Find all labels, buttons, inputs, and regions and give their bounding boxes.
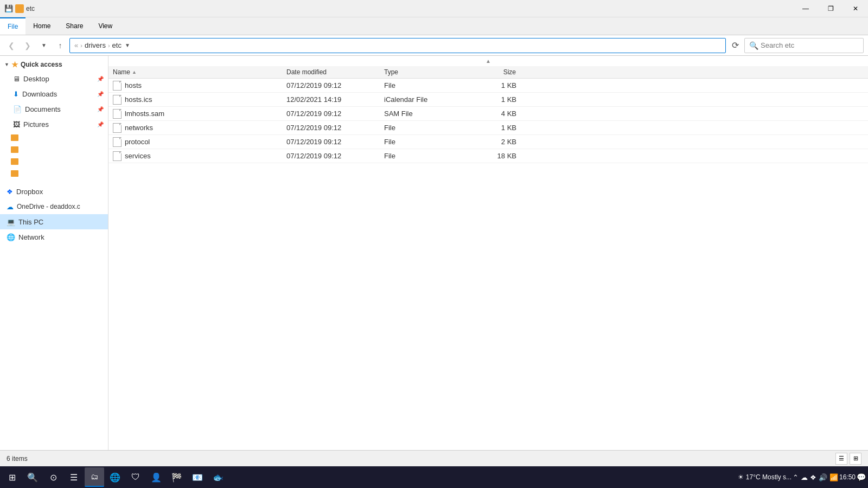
sidebar-folder-1[interactable] xyxy=(0,132,108,144)
sidebar-item-documents[interactable]: 📄 Documents 📌 xyxy=(0,101,108,117)
recent-button[interactable]: ▼ xyxy=(37,38,51,53)
col-header-type[interactable]: Type xyxy=(380,66,467,78)
tab-file[interactable]: File xyxy=(0,17,25,35)
file-size: 1 KB xyxy=(467,124,521,132)
forward-button[interactable]: ❯ xyxy=(21,38,35,53)
refresh-button[interactable]: ⟳ xyxy=(728,38,742,53)
weather-widget[interactable]: ☀ 17°C Mostly s... xyxy=(738,473,792,481)
search-box[interactable]: 🔍 xyxy=(744,38,864,53)
taskbar: ⊞ 🔍 ⊙ ☰ 🗂 🌐 🛡 👤 🏁 📧 🐟 ☀ 17°C Mostly s...… xyxy=(0,466,868,488)
ribbon: File Home Share View xyxy=(0,17,868,35)
sidebar-folder-2[interactable] xyxy=(0,144,108,156)
sidebar-item-onedrive[interactable]: ☁ OneDrive - deaddox.c xyxy=(0,199,108,214)
status-bar: 6 items ☰ ⊞ xyxy=(0,450,868,466)
tab-home[interactable]: Home xyxy=(25,17,58,35)
path-sep2: › xyxy=(108,42,110,49)
widgets-button[interactable]: ☰ xyxy=(64,467,84,487)
sidebar-folder-3[interactable] xyxy=(0,156,108,168)
tab-view[interactable]: View xyxy=(91,17,120,35)
file-type: File xyxy=(380,138,467,146)
window-controls: — ❐ ✕ xyxy=(793,0,868,17)
table-row[interactable]: hosts.ics 12/02/2021 14:19 iCalendar Fil… xyxy=(108,93,868,107)
search-button[interactable]: 🔍 xyxy=(23,467,42,487)
close-button[interactable]: ✕ xyxy=(843,0,868,17)
table-row[interactable]: networks 07/12/2019 09:12 File 1 KB xyxy=(108,121,868,135)
dropbox-tray-icon[interactable]: ❖ xyxy=(810,473,816,481)
file-size: 1 KB xyxy=(467,95,521,104)
table-row[interactable]: hosts 07/12/2019 09:12 File 1 KB xyxy=(108,79,868,93)
up-button[interactable]: ↑ xyxy=(53,38,67,53)
clock[interactable]: 16:50 xyxy=(839,473,856,482)
file-icon xyxy=(113,95,122,105)
pin-icon: 📌 xyxy=(97,76,104,82)
address-path[interactable]: « › drivers › etc ▼ xyxy=(69,38,726,53)
path-drivers[interactable]: drivers xyxy=(85,41,106,49)
status-item-count: 6 items xyxy=(7,455,28,463)
onedrive-tray-icon[interactable]: ☁ xyxy=(801,473,808,481)
file-explorer-taskbar[interactable]: 🗂 xyxy=(85,467,104,487)
file-date: 07/12/2019 09:12 xyxy=(282,81,380,89)
col-header-name[interactable]: Name ▲ xyxy=(108,66,282,78)
clock-time: 16:50 xyxy=(839,473,856,482)
search-icon: 🔍 xyxy=(749,41,758,50)
tab-share[interactable]: Share xyxy=(58,17,91,35)
start-button[interactable]: ⊞ xyxy=(2,467,22,487)
file-name: hosts.ics xyxy=(125,95,152,104)
details-view-button[interactable]: ☰ xyxy=(835,453,847,465)
address-bar: ❮ ❯ ▼ ↑ « › drivers › etc ▼ ⟳ 🔍 xyxy=(0,35,868,56)
file-date: 12/02/2021 14:19 xyxy=(282,95,380,104)
maximize-button[interactable]: ❐ xyxy=(818,0,843,17)
file-icon xyxy=(113,123,122,133)
col-header-date[interactable]: Date modified xyxy=(282,66,380,78)
collapse-arrow-icon: ▲ xyxy=(486,58,491,64)
edge-button[interactable]: 🌐 xyxy=(105,467,125,487)
sidebar-item-pictures[interactable]: 🖼 Pictures 📌 xyxy=(0,117,108,132)
network-icon: 🌐 xyxy=(7,233,15,241)
back-button[interactable]: ❮ xyxy=(4,38,18,53)
sidebar-folder-4[interactable] xyxy=(0,168,108,179)
col-header-size[interactable]: Size xyxy=(467,66,521,78)
search-input[interactable] xyxy=(761,41,859,49)
weather-text: 17°C Mostly s... xyxy=(746,473,792,481)
minimize-button[interactable]: — xyxy=(793,0,818,17)
path-dropdown-arrow[interactable]: ▼ xyxy=(125,42,130,48)
sidebar-item-downloads[interactable]: ⬇ Downloads 📌 xyxy=(0,86,108,101)
pin-icon-dl: 📌 xyxy=(97,91,104,97)
task-button-3[interactable]: 🐟 xyxy=(208,467,228,487)
file-name: networks xyxy=(125,124,153,132)
file-type: File xyxy=(380,152,467,160)
tiles-view-button[interactable]: ⊞ xyxy=(850,453,861,465)
desktop-icon: 🖥 xyxy=(13,75,20,83)
notification-button[interactable]: 💬 xyxy=(857,473,866,481)
sidebar-item-dropbox[interactable]: ❖ Dropbox xyxy=(0,184,108,199)
table-row[interactable]: services 07/12/2019 09:12 File 18 KB xyxy=(108,149,868,163)
sidebar-item-network[interactable]: 🌐 Network xyxy=(0,229,108,245)
file-icon xyxy=(113,151,122,161)
sidebar-item-desktop[interactable]: 🖥 Desktop 📌 xyxy=(0,71,108,86)
pictures-label: Pictures xyxy=(23,120,49,129)
quick-save-icon[interactable]: 💾 xyxy=(4,4,13,12)
yellow-folder-icon-4 xyxy=(11,170,18,177)
collapse-area[interactable]: ▲ xyxy=(108,56,868,66)
title-bar-left: 💾 etc xyxy=(4,4,35,13)
sidebar-item-thispc[interactable]: 💻 This PC xyxy=(0,214,108,229)
chevron-tray-icon[interactable]: ⌃ xyxy=(793,473,799,481)
table-row[interactable]: lmhosts.sam 07/12/2019 09:12 SAM File 4 … xyxy=(108,107,868,121)
window-title: etc xyxy=(26,5,35,12)
file-name-cell: hosts xyxy=(108,81,282,91)
defender-button[interactable]: 🛡 xyxy=(126,467,145,487)
onedrive-label: OneDrive - deaddox.c xyxy=(17,203,80,210)
speaker-tray-icon[interactable]: 🔊 xyxy=(819,473,827,481)
sidebar-quick-access-header[interactable]: ▼ ★ Quick access xyxy=(0,58,108,71)
user-button[interactable]: 👤 xyxy=(146,467,166,487)
path-etc[interactable]: etc xyxy=(112,41,122,49)
table-row[interactable]: protocol 07/12/2019 09:12 File 2 KB xyxy=(108,135,868,149)
task-button-1[interactable]: 🏁 xyxy=(167,467,187,487)
dropbox-label: Dropbox xyxy=(16,188,43,196)
file-type: SAM File xyxy=(380,110,467,118)
network-tray-icon[interactable]: 📶 xyxy=(829,473,838,481)
title-bar: 💾 etc — ❐ ✕ xyxy=(0,0,868,17)
task-button-2[interactable]: 📧 xyxy=(188,467,207,487)
task-view-button[interactable]: ⊙ xyxy=(43,467,63,487)
star-icon: ★ xyxy=(11,60,18,69)
